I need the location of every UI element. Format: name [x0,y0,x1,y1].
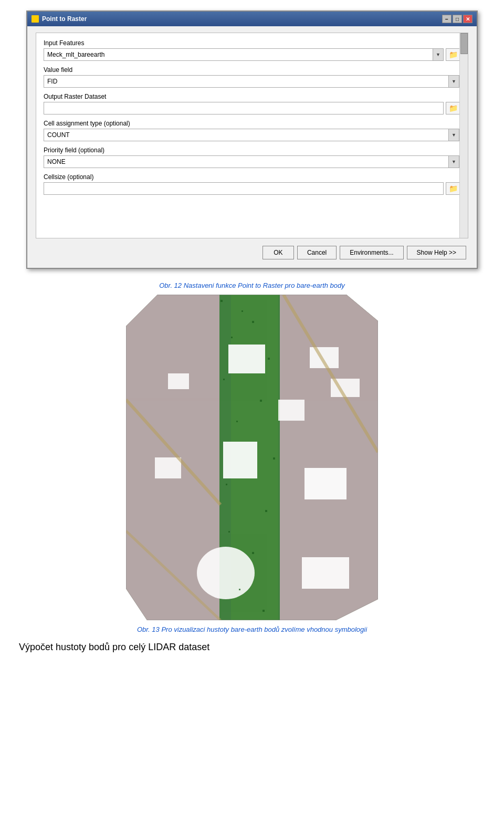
input-features-value: Meck_mlt_bareearth [44,49,433,60]
value-field-dropdown-arrow[interactable]: ▼ [448,76,459,87]
scrollbar-track[interactable] [459,33,468,238]
value-field-group: Value field FID ▼ [44,66,460,88]
input-features-row: Meck_mlt_bareearth ▼ 📁 [44,48,460,61]
folder-icon: 📁 [449,50,458,59]
ok-button[interactable]: OK [262,246,294,259]
svg-rect-23 [268,358,270,360]
output-raster-input[interactable]: C:\Student\LidarManage10_0\Ptdensity\MyW… [44,102,444,114]
show-help-button[interactable]: Show Help >> [407,246,466,259]
svg-rect-22 [231,337,233,338]
input-features-field[interactable]: Meck_mlt_bareearth ▼ [44,48,444,61]
dialog-title: Point to Raster [42,15,87,23]
dialog-icon [32,15,39,23]
close-button[interactable]: ✕ [463,15,472,23]
svg-rect-28 [226,484,227,485]
svg-rect-21 [252,321,254,323]
svg-rect-32 [239,589,240,590]
svg-rect-20 [242,310,243,312]
titlebar-left: Point to Raster [32,15,87,23]
svg-rect-10 [302,557,349,589]
cellsize-label: Cellsize (optional) [44,173,460,181]
svg-rect-30 [228,531,230,533]
priority-field-input[interactable]: NONE ▼ [44,155,459,168]
scroll-area: Input Features Meck_mlt_bareearth ▼ 📁 Va… [36,33,468,238]
input-features-dropdown-arrow[interactable]: ▼ [433,49,443,60]
dialog-titlebar: Point to Raster − □ ✕ [27,12,477,26]
input-features-label: Input Features [44,39,460,47]
point-to-raster-dialog: Point to Raster − □ ✕ Input Features Mec… [26,11,478,269]
svg-rect-12 [168,373,189,389]
svg-rect-31 [252,552,254,554]
svg-rect-25 [260,400,262,402]
output-raster-label: Output Raster Dataset [44,93,460,100]
svg-rect-19 [220,300,223,302]
map-svg [126,295,378,620]
titlebar-controls: − □ ✕ [442,15,472,23]
figure13-caption: Obr. 13 Pro vizualizaci hustoty bare-ear… [10,625,494,633]
empty-space [44,200,460,232]
restore-button[interactable]: □ [453,15,462,23]
priority-field-value: NONE [44,157,448,167]
svg-rect-27 [273,457,275,460]
scrollbar-thumb[interactable] [460,33,468,54]
priority-field-dropdown-arrow[interactable]: ▼ [448,156,459,168]
page-heading: Výpočet hustoty bodů pro celý LIDAR data… [19,642,485,653]
output-raster-group: Output Raster Dataset C:\Student\LidarMa… [44,93,460,114]
content-area: Obr. 12 Nastaveni funkce Point to Raster… [0,281,504,653]
map-container [10,295,494,620]
cellsize-input[interactable]: 6 [44,182,444,195]
dialog-body: Input Features Meck_mlt_bareearth ▼ 📁 Va… [27,26,477,268]
svg-rect-8 [304,468,346,499]
cellsize-group: Cellsize (optional) 6 📁 [44,173,460,195]
map-image [126,295,378,620]
minimize-button[interactable]: − [442,15,452,23]
svg-rect-7 [223,442,257,478]
environments-button[interactable]: Environments... [340,246,403,259]
cellsize-folder-btn[interactable]: 📁 [446,182,460,195]
cell-assignment-group: Cell assignment type (optional) COUNT ▼ [44,120,460,141]
value-field-input[interactable]: FID ▼ [44,75,459,88]
svg-rect-24 [223,379,225,380]
figure12-caption: Obr. 12 Nastaveni funkce Point to Raster… [10,281,494,289]
dialog-buttons: OK Cancel Environments... Show Help >> [36,246,468,259]
svg-rect-15 [278,400,304,421]
svg-rect-13 [155,457,181,478]
dialog-wrapper: Point to Raster − □ ✕ Input Features Mec… [0,0,504,274]
folder-icon-2: 📁 [449,104,458,112]
cellsize-row: 6 📁 [44,182,460,195]
svg-rect-33 [262,610,265,612]
folder-icon-3: 📁 [449,184,458,193]
output-raster-folder-btn[interactable]: 📁 [446,102,460,114]
cell-assignment-value: COUNT [44,130,448,140]
cell-assignment-label: Cell assignment type (optional) [44,120,460,127]
cell-assignment-input[interactable]: COUNT ▼ [44,129,459,141]
input-features-group: Input Features Meck_mlt_bareearth ▼ 📁 [44,39,460,61]
svg-rect-6 [228,345,265,373]
value-field-label: Value field [44,66,460,74]
output-raster-row: C:\Student\LidarManage10_0\Ptdensity\MyW… [44,102,460,114]
input-features-folder-btn[interactable]: 📁 [446,48,460,61]
svg-rect-26 [236,421,238,422]
cell-assignment-dropdown-arrow[interactable]: ▼ [448,129,459,141]
svg-point-11 [197,547,255,599]
priority-field-label: Priority field (optional) [44,147,460,154]
svg-rect-29 [265,510,267,512]
value-field-value: FID [44,76,448,87]
cancel-button[interactable]: Cancel [297,246,337,259]
priority-field-group: Priority field (optional) NONE ▼ [44,147,460,168]
